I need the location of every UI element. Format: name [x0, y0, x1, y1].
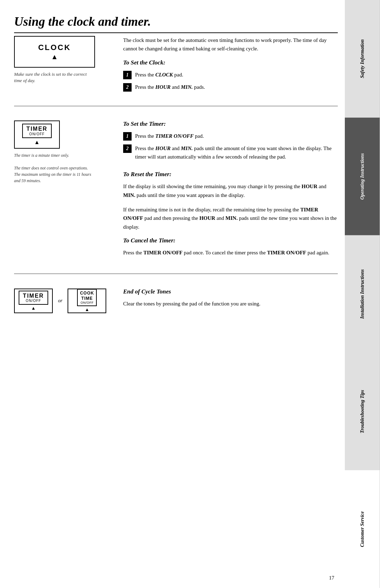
clock-step-2: 2 Press the HOUR and MIN. pads. — [123, 83, 338, 92]
timer-step-number-1: 1 — [123, 132, 132, 141]
clock-intro: The clock must be set for the automatic … — [123, 36, 338, 53]
eoc-cook-inner: COOK TIME ON/OFF — [77, 289, 97, 306]
eoc-icons: TIMER ON/OFF ▲ or COOK TIME ON/OFF ▲ — [14, 288, 113, 314]
timer-sub: ON/OFF — [29, 132, 45, 136]
sidebar-tab-customer[interactable]: Customer Service — [345, 470, 380, 588]
step-number-2: 2 — [123, 83, 132, 92]
timer-caption-1: The timer is a minute timer only. — [14, 152, 95, 159]
timer-section: TIMER ON/OFF ▲ The timer is a minute tim… — [14, 113, 338, 274]
cancel-para: Press the TIMER ON/OFF pad once. To canc… — [123, 248, 338, 257]
eoc-timer-sub: ON/OFF — [26, 299, 41, 303]
eoc-timer-box: TIMER ON/OFF ▲ — [14, 289, 53, 313]
timer-step2-text: Press the HOUR and MIN. pads until the a… — [135, 144, 338, 161]
clock-step-1: 1 Press the CLOCK pad. — [123, 70, 338, 79]
main-content: Using the clock and timer. CLOCK ▲ Make … — [14, 14, 338, 574]
timer-box: TIMER ON/OFF ▲ — [14, 120, 60, 149]
timer-step1-text: Press the TIMER ON/OFF pad. — [135, 132, 204, 140]
sidebar-tab-operating[interactable]: Operating Instructions — [345, 118, 380, 235]
eoc-cook-sub: ON/OFF — [81, 301, 94, 304]
eoc-timer-label: TIMER — [23, 293, 44, 299]
timer-step-number-2: 2 — [123, 144, 132, 153]
sidebar-tab-safety[interactable]: Safety Information — [345, 0, 380, 118]
sidebar-safety-label: Safety Information — [360, 39, 365, 78]
cancel-timer-heading: To Cancel the Timer: — [123, 237, 338, 244]
clock-right-col: The clock must be set for the automatic … — [123, 36, 338, 95]
sidebar-tab-installation[interactable]: Installation Instructions — [345, 235, 380, 353]
page-number: 17 — [329, 575, 334, 581]
eoc-section: TIMER ON/OFF ▲ or COOK TIME ON/OFF ▲ End… — [14, 281, 338, 314]
timer-inner-box: TIMER ON/OFF — [22, 124, 52, 138]
eoc-heading: End of Cycle Tones — [123, 288, 338, 295]
eoc-cook-arrow-icon: ▲ — [85, 307, 89, 312]
timer-right-col: To Set the Timer: 1 Press the TIMER ON/O… — [123, 120, 338, 263]
clock-left-col: CLOCK ▲ Make sure the clock is set to th… — [14, 36, 113, 95]
clock-caption: Make sure the clock is set to the correc… — [14, 71, 95, 84]
timer-step-2: 2 Press the HOUR and MIN. pads until the… — [123, 144, 338, 161]
eoc-para: Clear the tones by pressing the pad of t… — [123, 299, 338, 308]
reset-timer-heading: To Reset the Timer: — [123, 171, 338, 178]
sidebar-operating-label: Operating Instructions — [360, 153, 365, 200]
set-timer-heading: To Set the Timer: — [123, 120, 338, 128]
clock-step1-text: Press the CLOCK pad. — [135, 70, 183, 79]
clock-box: CLOCK ▲ — [14, 36, 95, 68]
clock-arrow-icon: ▲ — [51, 53, 58, 61]
clock-step2-text: Press the HOUR and MIN. pads. — [135, 83, 205, 91]
step-number-1: 1 — [123, 71, 132, 79]
eoc-cook-label1: COOK — [80, 291, 94, 296]
sidebar: Safety Information Operating Instruction… — [345, 0, 380, 588]
reset-para-2: If the remaining time is not in the disp… — [123, 205, 338, 231]
eoc-or-text: or — [58, 298, 62, 304]
sidebar-troubleshooting-label: Troubleshooting Tips — [360, 390, 365, 433]
eoc-cook-time-box: COOK TIME ON/OFF ▲ — [68, 289, 106, 313]
eoc-timer-inner: TIMER ON/OFF — [19, 291, 48, 305]
timer-label: TIMER — [26, 126, 48, 132]
sidebar-tab-troubleshooting[interactable]: Troubleshooting Tips — [345, 353, 380, 470]
eoc-right-col: End of Cycle Tones Clear the tones by pr… — [123, 288, 338, 314]
timer-caption-2: The timer does not control oven operatio… — [14, 165, 95, 184]
sidebar-customer-label: Customer Service — [360, 511, 365, 547]
sidebar-installation-label: Installation Instructions — [360, 269, 365, 318]
set-clock-heading: To Set the Clock: — [123, 59, 338, 66]
timer-arrow-icon: ▲ — [34, 139, 40, 146]
clock-section: CLOCK ▲ Make sure the clock is set to th… — [14, 36, 338, 106]
timer-left-col: TIMER ON/OFF ▲ The timer is a minute tim… — [14, 120, 113, 263]
page-title: Using the clock and timer. — [14, 14, 338, 33]
eoc-timer-arrow-icon: ▲ — [31, 305, 36, 311]
timer-step-1: 1 Press the TIMER ON/OFF pad. — [123, 132, 338, 141]
eoc-cook-label2: TIME — [81, 296, 93, 301]
reset-para-1: If the display is still showing the time… — [123, 182, 338, 200]
clock-label: CLOCK — [38, 43, 71, 52]
